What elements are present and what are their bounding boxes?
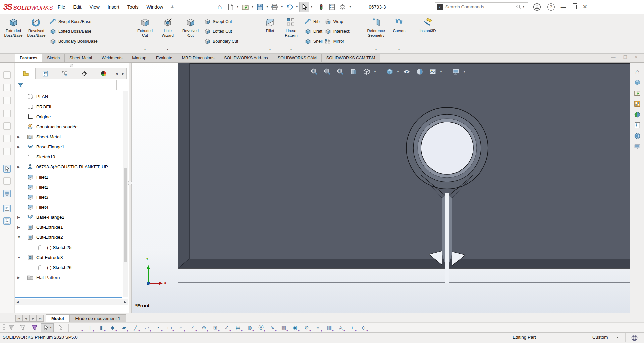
left-strip-icon-4[interactable] [3, 110, 11, 117]
minimize-button[interactable]: — [561, 4, 566, 10]
tab-sketch[interactable]: Sketch [42, 54, 65, 62]
tree-filter-input[interactable] [23, 83, 115, 88]
tree-item-cut-extrude3[interactable]: ▼Cut-Extrude3 [15, 252, 123, 262]
menu-edit[interactable]: Edit [69, 0, 86, 14]
doc-restore-icon[interactable]: ❐ [623, 55, 627, 60]
expand-icon[interactable]: ▶ [17, 225, 21, 229]
close-button[interactable]: ✕ [583, 3, 587, 10]
task-pane-custom-properties[interactable] [633, 121, 642, 130]
tree-item-cut-extrude2[interactable]: ▼Cut-Extrude2 [15, 232, 123, 242]
swept-cut-button[interactable]: Swept Cut [204, 17, 238, 26]
tree-item-sketch10[interactable]: Sketch10 [15, 152, 123, 162]
tab-solidworks-cam[interactable]: SOLIDWORKS CAM [273, 54, 322, 62]
paste-appearance-icon[interactable] [3, 217, 11, 225]
filter-axes-button[interactable]: ╱ [130, 323, 141, 332]
filter-section-lines-button[interactable]: ⊘ [302, 323, 312, 332]
panel-splitter[interactable] [129, 63, 132, 313]
filter-connection-points-button[interactable]: + [347, 323, 357, 332]
task-pane-appearances-scenes[interactable] [633, 110, 642, 119]
edit-appearance-button[interactable] [414, 67, 425, 77]
tab-solidworks-add-ins[interactable]: SOLIDWORKS Add-Ins [219, 54, 273, 62]
collapse-icon[interactable]: ▼ [17, 235, 21, 239]
configuration-manager-tab[interactable] [55, 68, 74, 79]
lofted-boss-base-button[interactable]: Lofted Boss/Base [50, 26, 98, 36]
deselect-cursor-button[interactable] [56, 323, 65, 332]
filter-planes-button[interactable]: ▱ [142, 323, 152, 332]
tree-item-profil[interactable]: PROFIL [15, 101, 123, 112]
previous-view-button[interactable] [335, 67, 346, 77]
view-settings-dropdown[interactable]: ▾ [464, 70, 465, 73]
rib-button[interactable]: Rib [305, 17, 323, 26]
open-button[interactable] [240, 2, 250, 12]
curves-button[interactable]: Curves [389, 16, 409, 52]
expand-icon[interactable]: ▶ [17, 135, 21, 139]
next-tab-button[interactable]: ▶ [30, 315, 37, 322]
save-button[interactable] [255, 2, 265, 12]
filter-sketch-segments-button[interactable]: ⌐ [176, 323, 186, 332]
hole-wizard-button[interactable]: HoleWizard [157, 16, 179, 52]
left-strip-icon-2[interactable] [3, 84, 11, 91]
extruded-boss-base-button[interactable]: ExtrudedBoss/Base [2, 16, 24, 52]
status-web-button[interactable] [631, 334, 638, 342]
menu-insert[interactable]: Insert [104, 0, 123, 14]
left-strip-icon-6[interactable] [3, 135, 11, 142]
filter-vertices-button[interactable]: · [73, 323, 84, 332]
tab-weldments[interactable]: Weldments [97, 54, 127, 62]
undo-dropdown[interactable]: ▾ [295, 5, 299, 8]
scrollbar-thumb[interactable] [124, 168, 127, 262]
home-button[interactable]: ⌂ [215, 2, 225, 12]
task-pane-solidworks-forum[interactable] [633, 132, 642, 140]
menu-file[interactable]: File [54, 0, 69, 14]
display-style-dropdown[interactable]: ▾ [397, 70, 399, 73]
new-document-dropdown[interactable]: ▾ [236, 5, 240, 8]
hide-show-items-button[interactable] [401, 67, 412, 77]
property-manager-tab[interactable] [36, 68, 55, 79]
rebuild-button[interactable] [316, 2, 326, 12]
boundary-cut-button[interactable]: Boundary Cut [204, 36, 238, 46]
restore-button[interactable] [572, 5, 577, 9]
select-cursor-button[interactable] [41, 323, 54, 332]
tree-item-fillet4[interactable]: Fillet4 [15, 202, 123, 212]
task-pane-view-palette[interactable] [633, 142, 642, 151]
tab-markup[interactable]: Markup [127, 54, 151, 62]
model-tab[interactable]: Model [46, 314, 70, 322]
save-dropdown[interactable]: ▾ [265, 5, 269, 8]
view-settings-button[interactable] [450, 67, 461, 77]
filter-hatch-button[interactable]: ▨ [279, 323, 289, 332]
tree-item-base-flange2[interactable]: ▶Base-Flange2 [15, 212, 123, 222]
tree-filter-box[interactable] [16, 80, 117, 90]
search-commands-box[interactable]: › ▾ [435, 2, 528, 11]
options-dropdown[interactable]: ▾ [348, 5, 352, 8]
tree-item-origine[interactable]: Origine [15, 112, 123, 122]
swept-boss-base-button[interactable]: Swept Boss/Base [50, 17, 98, 26]
tab-evaluate[interactable]: Evaluate [151, 54, 177, 62]
scroll-right-button[interactable]: ▶ [122, 299, 128, 305]
fm-tabs-scroll-left[interactable]: ◀ [113, 68, 120, 79]
zoom-to-fit-button[interactable] [309, 67, 320, 77]
undo-button[interactable] [284, 2, 294, 12]
last-tab-button[interactable]: ▶| [37, 315, 44, 322]
fillet-button[interactable]: Fillet [261, 16, 279, 52]
task-pane-home[interactable]: ⌂ [633, 67, 642, 76]
lofted-cut-button[interactable]: Lofted Cut [204, 26, 238, 36]
filter-midpoints-button[interactable]: ∕ [187, 323, 198, 332]
dimxpert-manager-tab[interactable] [74, 68, 94, 79]
left-strip-icon-7[interactable] [3, 148, 11, 155]
task-list-button[interactable] [327, 2, 337, 12]
help-icon[interactable]: ? [547, 3, 555, 11]
select-button[interactable] [299, 2, 309, 12]
fm-tabs-scroll-right[interactable]: ▶ [120, 68, 127, 79]
tab-sheet-metal[interactable]: Sheet Metal [65, 54, 97, 62]
tree-item-sketch26[interactable]: (-) Sketch26 [15, 262, 123, 272]
tree-item-construction-soudee[interactable]: Construction soudée [15, 122, 123, 132]
filter-surface-bodies-button[interactable]: ◆ [108, 323, 118, 332]
display-style-button[interactable] [384, 67, 395, 77]
tab-features[interactable]: Features [15, 54, 42, 62]
tree-item-base-flange1[interactable]: ▶Base-Flange1 [15, 142, 123, 152]
expand-icon[interactable]: ▶ [17, 165, 21, 169]
draft-button[interactable]: Draft [305, 26, 323, 36]
revolved-boss-base-button[interactable]: RevolvedBoss/Base [25, 16, 47, 52]
zoom-to-area-button[interactable] [322, 67, 333, 77]
filter-dimensions-button[interactable]: ✓ [222, 323, 232, 332]
display-states-icon[interactable] [3, 190, 11, 197]
